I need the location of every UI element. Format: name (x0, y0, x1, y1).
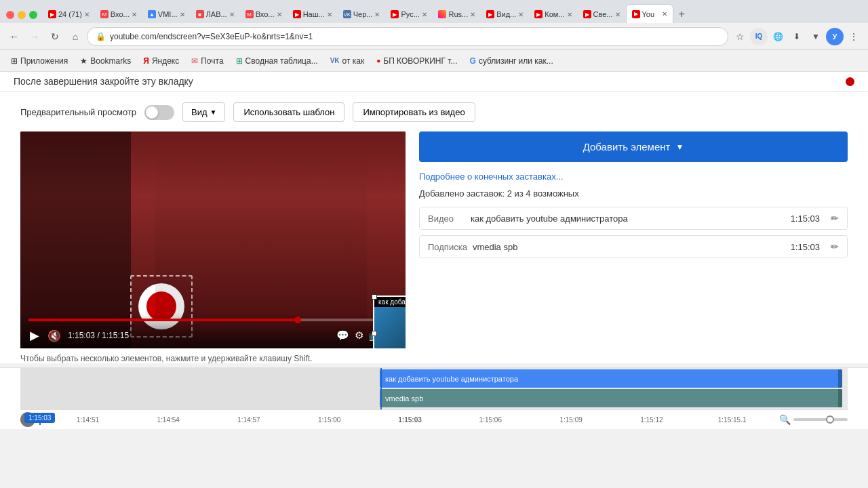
iq-icon[interactable]: IQ (750, 28, 768, 45)
tab-gmail1[interactable]: M Вхо... ✕ (95, 5, 142, 23)
ruler-mark-3: 1:15:00 (289, 416, 370, 424)
edit-icon-video[interactable]: ✏ (831, 213, 839, 224)
timeline-tracks-row: как добавить youtube администратора vmed… (20, 368, 848, 410)
resize-handle-tl[interactable] (372, 294, 377, 300)
playhead-ruler-marker[interactable]: 1:15:03 (39, 414, 41, 425)
menu-icon[interactable]: ⋮ (845, 28, 863, 45)
tab-you-active[interactable]: ▶ You ✕ (626, 4, 673, 23)
tab-bar: ▶ 24 (71) ✕ M Вхо... ✕ ▲ VMI... ✕ ■ ЛАВ.… (0, 0, 868, 23)
tab-close-icon[interactable]: ✕ (422, 11, 427, 18)
new-tab-button[interactable]: + (673, 5, 691, 23)
add-element-button[interactable]: Добавить элемент ▼ (419, 131, 848, 162)
coworking-bookmark[interactable]: ● БП КОВОРКИНГ т... (371, 54, 462, 68)
lock-icon: 🔒 (96, 32, 106, 41)
apps-bookmark[interactable]: ⊞ Приложения (5, 54, 73, 68)
subtitles-button[interactable]: 💬 (336, 329, 349, 342)
tab-label: VMI... (158, 10, 178, 18)
table-bookmark[interactable]: ⊞ Сводная таблица... (231, 54, 323, 68)
toggle-switch[interactable] (144, 105, 174, 120)
reload-button[interactable]: ↻ (46, 28, 64, 45)
dropdown-arrow-icon: ▼ (675, 142, 684, 152)
notification-bar: После завершения закройте эту вкладку (0, 72, 868, 92)
tab-rus[interactable]: ▶ Рус... ✕ (385, 5, 433, 23)
tab-label: Ком... (545, 10, 564, 18)
ruler-mark-0: 1:14:51 (47, 416, 128, 424)
notification-close-dot[interactable] (846, 77, 854, 86)
extension-icon1[interactable]: ⬇ (788, 28, 806, 45)
endcard-time-sub: 1:15:03 (791, 242, 820, 252)
preview-label: Предварительный просмотр (20, 107, 136, 117)
resize-handle-ml[interactable] (372, 331, 377, 336)
translate-icon[interactable]: 🌐 (769, 28, 787, 45)
template-button[interactable]: Использовать шаблон (233, 102, 344, 122)
progress-bar-container[interactable] (28, 319, 397, 321)
tab-cher[interactable]: VK Чер... ✕ (338, 5, 386, 23)
home-button[interactable]: ⌂ (66, 28, 84, 45)
zoom-slider-track[interactable] (793, 418, 848, 421)
ruler-mark-5: 1:15:06 (450, 416, 531, 424)
vk-bookmark[interactable]: VK от как (325, 54, 370, 68)
back-button[interactable]: ← (5, 28, 23, 45)
tab-kom[interactable]: ▶ Ком... ✕ (529, 5, 577, 23)
right-panel: Добавить элемент ▼ Подробнее о конечных … (419, 131, 848, 363)
import-button[interactable]: Импортировать из видео (353, 102, 475, 122)
tab-nash[interactable]: ▶ Наш... ✕ (288, 5, 338, 23)
learn-more-link[interactable]: Подробнее о конечных заставках... (419, 171, 848, 182)
tab-lav[interactable]: ■ ЛАВ... ✕ (191, 5, 240, 23)
yandex-bookmark[interactable]: Я Яндекс (138, 54, 184, 68)
tab-close-icon[interactable]: ✕ (327, 11, 332, 18)
ruler-mark-7: 1:15:12 (611, 416, 692, 424)
endcard-type-video: Видео (428, 214, 465, 224)
bookmarks-bar: ⊞ Приложения ★ Bookmarks Я Яндекс ✉ Почт… (0, 50, 868, 72)
tab-gmail2[interactable]: M Вхо... ✕ (240, 5, 288, 23)
bookmarks-bookmark[interactable]: ★ Bookmarks (75, 54, 136, 68)
track-end-handle-video[interactable] (838, 369, 842, 388)
zoom-slider-thumb[interactable] (826, 415, 834, 424)
ruler-marks-container: 1:14:51 1:14:54 1:14:57 1:15:00 1:15:03 … (47, 416, 772, 424)
avatar-icon[interactable]: У (826, 28, 844, 45)
tab-close-icon[interactable]: ✕ (374, 11, 380, 18)
sheets-icon: ⊞ (236, 56, 243, 66)
address-bar[interactable]: 🔒 youtube.com/endscreen?v=SeX3eEuP-ko&nr… (87, 27, 728, 46)
play-button[interactable]: ▶ (28, 327, 41, 344)
tab-label: Све... (593, 10, 613, 18)
tab-close-icon[interactable]: ✕ (84, 11, 90, 18)
apps-icon: ⊞ (11, 56, 18, 66)
tab-close-icon[interactable]: ✕ (132, 11, 137, 18)
tab-close-icon[interactable]: ✕ (662, 10, 667, 18)
track-video-item[interactable]: как добавить youtube администратора (380, 369, 842, 388)
notification-text: После завершения закройте эту вкладку (14, 76, 193, 87)
endcard-type-sub: Подписка (428, 242, 467, 252)
tab-label: Рус... (401, 10, 419, 18)
tab-vid[interactable]: ▶ Вид... ✕ (481, 5, 529, 23)
track-end-handle-sub[interactable] (838, 389, 842, 407)
subliz-bookmark[interactable]: G сублизинг или как... (465, 54, 559, 68)
settings-button[interactable]: ⚙ (355, 329, 363, 342)
tab-inst[interactable]: Rus... ✕ (433, 5, 481, 23)
tab-close-icon[interactable]: ✕ (180, 11, 185, 18)
track-sub-item[interactable]: vmedia spb (380, 389, 842, 407)
video-thumbnail-element[interactable]: ⊕ как добавить youtube администратора 3:… (373, 296, 406, 348)
bookmark-star-icon[interactable]: ☆ (731, 28, 749, 45)
tab-close-icon[interactable]: ✕ (229, 11, 235, 18)
timeline-section: как добавить youtube администратора vmed… (0, 367, 868, 429)
tab-close-icon[interactable]: ✕ (615, 11, 620, 18)
playhead-line[interactable] (380, 368, 382, 409)
mute-button[interactable]: 🔇 (46, 328, 62, 344)
tab-vmi[interactable]: ▲ VMI... ✕ (142, 5, 191, 23)
view-button[interactable]: Вид ▼ (182, 102, 225, 122)
tab-close-icon[interactable]: ✕ (518, 11, 524, 18)
tab-24[interactable]: ▶ 24 (71) ✕ (43, 5, 95, 23)
tab-close-icon[interactable]: ✕ (277, 11, 282, 18)
forward-button[interactable]: → (26, 28, 43, 45)
timeline-empty-left (20, 368, 380, 409)
tab-close-icon[interactable]: ✕ (567, 11, 572, 18)
tab-close-icon[interactable]: ✕ (470, 11, 475, 18)
toolbar: ← → ↻ ⌂ 🔒 youtube.com/endscreen?v=SeX3eE… (0, 23, 868, 50)
mail-bookmark[interactable]: ✉ Почта (186, 54, 229, 68)
tab-sve[interactable]: ▶ Све... ✕ (578, 5, 626, 23)
zoom-icon: 🔍 (779, 414, 791, 425)
extension-icon2[interactable]: ▼ (807, 28, 825, 45)
edit-icon-sub[interactable]: ✏ (831, 241, 839, 252)
progress-bar-fill (28, 319, 298, 321)
